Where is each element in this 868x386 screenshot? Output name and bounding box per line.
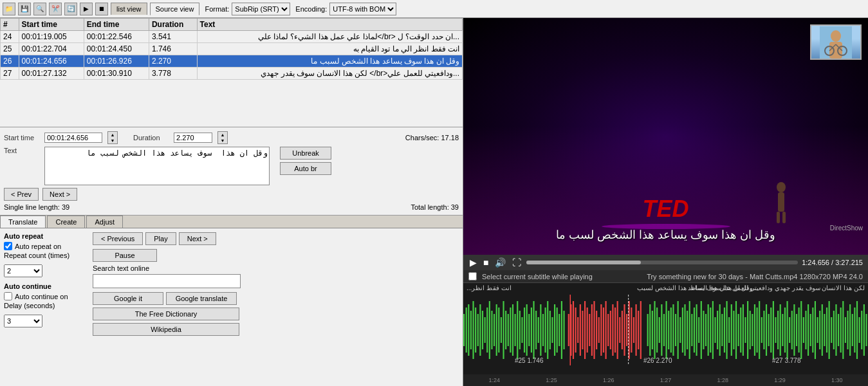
svg-rect-83	[633, 317, 634, 343]
duration-down[interactable]: ▼	[218, 138, 227, 143]
duration-input[interactable]	[174, 133, 212, 143]
next-button-playback[interactable]: Next >	[179, 232, 216, 245]
google-it-button[interactable]: Google it	[93, 292, 163, 305]
svg-rect-122	[728, 317, 730, 343]
toolbar-icon-3[interactable]: 🔍	[33, 3, 46, 15]
tab-create[interactable]: Create	[47, 216, 85, 228]
toolbar-icon-2[interactable]: 💾	[18, 3, 31, 15]
svg-rect-45	[542, 314, 544, 346]
svg-rect-36	[521, 317, 522, 343]
start-time-up[interactable]: ▲	[108, 132, 117, 138]
source-view-tab[interactable]: Source view	[150, 3, 200, 15]
start-time-input[interactable]	[44, 133, 102, 143]
svg-rect-79	[623, 304, 625, 356]
free-dictionary-button[interactable]: The Free Dictionary	[93, 308, 239, 320]
toolbar-icon-6[interactable]: ▶	[80, 3, 93, 15]
start-time-down[interactable]: ▼	[108, 138, 117, 143]
google-translate-button[interactable]: Google translate	[166, 292, 237, 305]
table-cell-num: 25	[1, 43, 19, 55]
svg-rect-19	[482, 311, 483, 349]
list-view-tab[interactable]: list view	[111, 3, 147, 15]
encoding-select[interactable]: UTF-8 with BOM	[329, 3, 396, 15]
svg-rect-171	[842, 301, 844, 359]
svg-rect-59	[577, 317, 578, 343]
toolbar-icon-7[interactable]: ⏹	[95, 3, 108, 15]
auto-repeat-row: Auto repeat on	[4, 242, 88, 250]
table-cell-start: 00:01:19.005	[19, 31, 84, 43]
table-row[interactable]: 2700:01:27.13200:01:30.9103.778...ودافعي…	[1, 68, 463, 80]
svg-rect-95	[666, 301, 667, 359]
svg-rect-91	[656, 308, 658, 353]
right-panel: TED وقل ان هذا	[463, 18, 868, 386]
prev-button[interactable]: < Prev	[4, 188, 39, 201]
table-row[interactable]: 2400:01:19.00500:01:22.5463.541...ان حدد…	[1, 31, 463, 43]
svg-rect-20	[485, 317, 486, 343]
toolbar-icon-1[interactable]: 📁	[3, 3, 15, 15]
repeat-count-select[interactable]: 2	[4, 264, 42, 277]
pause-button[interactable]: Pause	[93, 249, 157, 262]
search-input[interactable]	[93, 274, 241, 288]
svg-rect-123	[731, 304, 732, 356]
fullscreen-btn[interactable]: ⛶	[511, 257, 522, 268]
auto-br-button[interactable]: Auto br	[280, 162, 331, 175]
auto-continue-checkbox[interactable]	[4, 292, 12, 300]
svg-rect-159	[815, 301, 816, 359]
svg-rect-170	[840, 308, 842, 353]
video-controls: ▶ ■ 🔊 ⛶ 1:24.656 / 3:27.215	[463, 255, 868, 270]
progress-bar[interactable]	[526, 261, 798, 264]
tab-adjust[interactable]: Adjust	[86, 216, 123, 228]
svg-rect-139	[768, 314, 770, 346]
svg-rect-71	[605, 301, 607, 359]
svg-rect-47	[547, 301, 548, 359]
svg-rect-154	[803, 317, 804, 343]
toolbar-icon-4[interactable]: ✂️	[49, 3, 62, 15]
svg-rect-43	[538, 317, 539, 343]
svg-rect-145	[782, 314, 783, 346]
repeat-count-label: Repeat count (times)	[4, 252, 69, 259]
stop-btn[interactable]: ■	[482, 257, 490, 268]
length-info: Single line length: 39 Total length: 39	[4, 203, 459, 211]
svg-rect-166	[831, 317, 832, 343]
table-cell-num: 24	[1, 31, 19, 43]
svg-rect-52	[559, 314, 560, 346]
auto-continue-title: Auto continue	[4, 282, 88, 290]
duration-up[interactable]: ▲	[218, 132, 227, 138]
svg-rect-155	[805, 311, 806, 349]
svg-rect-129	[744, 317, 746, 343]
svg-rect-165	[829, 301, 830, 359]
waveform-checkbox[interactable]	[468, 272, 477, 280]
table-row[interactable]: 2600:01:24.65600:01:26.9262.270وقل ان هذ…	[1, 55, 463, 68]
start-time-spinner[interactable]: ▲ ▼	[107, 131, 118, 144]
svg-rect-124	[733, 311, 734, 349]
svg-rect-104	[687, 311, 688, 349]
next-button[interactable]: Next >	[42, 188, 77, 201]
svg-rect-2	[777, 212, 780, 223]
video-background: TED	[463, 18, 868, 255]
start-time-label: Start time	[4, 134, 39, 142]
svg-point-0	[777, 182, 786, 192]
previous-button[interactable]: < Previous	[93, 232, 143, 245]
play-pause-btn[interactable]: ▶	[468, 257, 478, 268]
svg-rect-150	[793, 304, 795, 356]
vol-btn[interactable]: 🔊	[494, 257, 507, 268]
svg-rect-97	[670, 308, 672, 353]
svg-rect-102	[682, 308, 683, 353]
table-row[interactable]: 2500:01:22.70400:01:24.4501.746انت فقط ا…	[1, 43, 463, 55]
subtitle-text-area[interactable]: وقل ان هذا سوف يساعد هذا الشخص لسبب ما	[44, 147, 270, 185]
play-button[interactable]: Play	[145, 232, 176, 245]
auto-repeat-checkbox[interactable]	[4, 242, 12, 250]
waveform-area: Select current subtitle while playing Tr…	[463, 270, 868, 386]
col-header-duration: Duration	[149, 19, 197, 31]
delay-select[interactable]: 3	[4, 315, 42, 327]
video-subtitle: وقل ان هذا سوف يساعد هذا الشخص لسب ما	[463, 228, 868, 242]
auto-continue-label: Auto continue on	[15, 293, 68, 300]
repeat-count-row: Repeat count (times)	[4, 252, 88, 259]
format-select[interactable]: SubRip (SRT)	[232, 3, 290, 15]
tab-translate[interactable]: Translate	[0, 216, 46, 228]
wikipedia-button[interactable]: Wikipedia	[93, 323, 239, 336]
duration-spinner[interactable]: ▲ ▼	[217, 131, 228, 144]
toolbar-icon-5[interactable]: 🔄	[64, 3, 77, 15]
unbreak-button[interactable]: Unbreak	[280, 147, 331, 160]
svg-rect-53	[561, 301, 562, 359]
svg-rect-118	[719, 304, 721, 356]
